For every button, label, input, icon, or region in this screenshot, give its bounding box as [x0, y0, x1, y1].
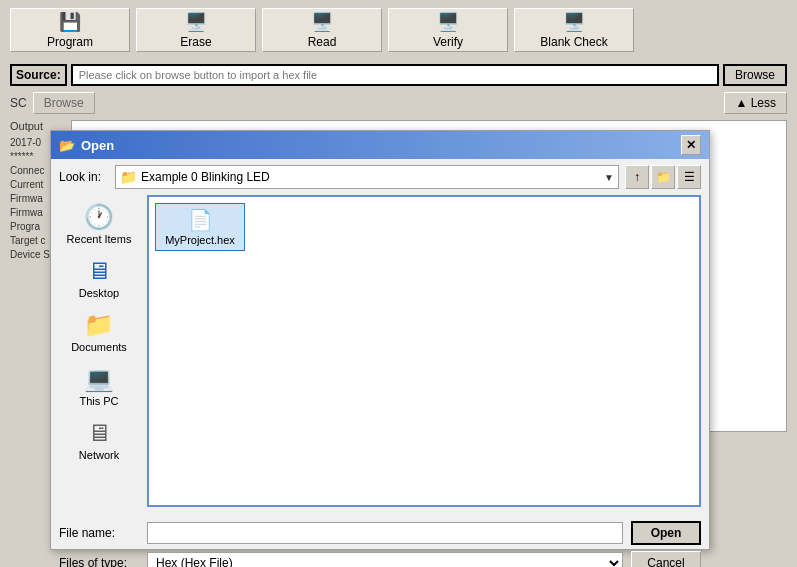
nav-item-network[interactable]: 🖥 Network: [61, 415, 137, 465]
program-label: Program: [47, 35, 93, 49]
program-icon: 💾: [59, 11, 81, 33]
lookin-dropdown-icon: ▼: [604, 172, 614, 183]
close-icon: ✕: [686, 138, 696, 152]
read-label: Read: [308, 35, 337, 49]
read-button[interactable]: 🖥️ Read: [262, 8, 382, 52]
recent-items-icon: 🕐: [84, 203, 114, 231]
source-input[interactable]: [71, 64, 719, 86]
verify-button[interactable]: 🖥️ Verify: [388, 8, 508, 52]
dialog-title-text: Open: [81, 138, 114, 153]
open-button[interactable]: Open: [631, 521, 701, 545]
toolbar: 💾 Program 🖥️ Erase 🖥️ Read 🖥️ Verify 🖥️ …: [0, 0, 797, 60]
erase-icon: 🖥️: [185, 11, 207, 33]
lookin-combo[interactable]: 📁 Example 0 Blinking LED ▼: [115, 165, 619, 189]
files-of-type-label: Files of type:: [59, 556, 139, 567]
source-bar: Source: Browse: [0, 60, 797, 90]
desktop-icon: 🖥: [87, 257, 111, 285]
blank-check-button[interactable]: 🖥️ Blank Check: [514, 8, 634, 52]
lookin-toolbar: ↑ 📁 ☰: [625, 165, 701, 189]
cancel-button[interactable]: Cancel: [631, 551, 701, 567]
nav-item-recent[interactable]: 🕐 Recent Items: [61, 199, 137, 249]
nav-item-network-label: Network: [79, 449, 119, 461]
lookin-text: Example 0 Blinking LED: [141, 170, 600, 184]
verify-icon: 🖥️: [437, 11, 459, 33]
nav-item-this-pc-label: This PC: [79, 395, 118, 407]
cancel-col: Cancel: [631, 551, 701, 567]
lookin-up-button[interactable]: ↑: [625, 165, 649, 189]
program-button[interactable]: 💾 Program: [10, 8, 130, 52]
file-name-label: File name:: [59, 526, 139, 540]
open-dialog: 📂 Open ✕ Look in: 📁 Example 0 Blinking L…: [50, 130, 710, 550]
nav-item-this-pc[interactable]: 💻 This PC: [61, 361, 137, 411]
read-icon: 🖥️: [311, 11, 333, 33]
secondary-row: SC Browse ▲ Less: [0, 90, 797, 116]
source-browse-button[interactable]: Browse: [723, 64, 787, 86]
nav-item-documents-label: Documents: [71, 341, 127, 353]
dialog-title-icon: 📂: [59, 138, 75, 153]
less-button[interactable]: ▲ Less: [724, 92, 787, 114]
network-icon: 🖥: [87, 419, 111, 447]
dialog-title: 📂 Open: [59, 138, 114, 153]
lookin-bar: Look in: 📁 Example 0 Blinking LED ▼ ↑ 📁 …: [51, 159, 709, 195]
nav-item-documents[interactable]: 📁 Documents: [61, 307, 137, 357]
lookin-label: Look in:: [59, 170, 109, 184]
documents-icon: 📁: [84, 311, 114, 339]
dialog-files[interactable]: 📄 MyProject.hex: [147, 195, 701, 507]
dialog-nav: 🕐 Recent Items 🖥 Desktop 📁 Documents 💻 T…: [59, 195, 139, 507]
file-name-input[interactable]: [147, 522, 623, 544]
dialog-close-button[interactable]: ✕: [681, 135, 701, 155]
dialog-bottom: File name: Open Files of type: Hex (Hex …: [51, 515, 709, 567]
app-background: 💾 Program 🖥️ Erase 🖥️ Read 🖥️ Verify 🖥️ …: [0, 0, 797, 567]
file-item-myproject[interactable]: 📄 MyProject.hex: [155, 203, 245, 251]
nav-item-recent-label: Recent Items: [67, 233, 132, 245]
lookin-folder-icon: 📁: [120, 169, 137, 185]
file-name-row: File name: Open: [59, 521, 701, 545]
nav-item-desktop-label: Desktop: [79, 287, 119, 299]
dialog-body: 🕐 Recent Items 🖥 Desktop 📁 Documents 💻 T…: [51, 195, 709, 515]
files-type-row: Files of type: Hex (Hex File) Cancel: [59, 551, 701, 567]
erase-button[interactable]: 🖥️ Erase: [136, 8, 256, 52]
sc-label: SC: [10, 96, 27, 110]
lookin-new-folder-button[interactable]: 📁: [651, 165, 675, 189]
verify-label: Verify: [433, 35, 463, 49]
nav-item-desktop[interactable]: 🖥 Desktop: [61, 253, 137, 303]
lookin-view-button[interactable]: ☰: [677, 165, 701, 189]
secondary-browse-button[interactable]: Browse: [33, 92, 95, 114]
source-label: Source:: [10, 64, 67, 86]
file-hex-icon: 📄: [188, 208, 213, 232]
dialog-buttons: Open: [631, 521, 701, 545]
this-pc-icon: 💻: [84, 365, 114, 393]
dialog-titlebar: 📂 Open ✕: [51, 131, 709, 159]
files-of-type-select[interactable]: Hex (Hex File): [147, 552, 623, 567]
blank-check-icon: 🖥️: [563, 11, 585, 33]
blank-check-label: Blank Check: [540, 35, 607, 49]
erase-label: Erase: [180, 35, 211, 49]
file-item-name: MyProject.hex: [165, 234, 235, 246]
